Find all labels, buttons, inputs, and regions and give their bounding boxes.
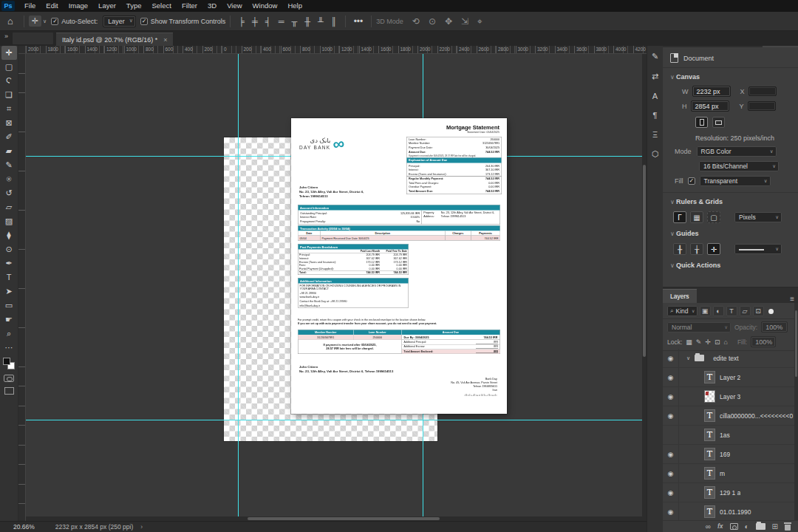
delete-layer-icon[interactable] bbox=[785, 525, 791, 531]
toggle-rulers-icon[interactable]: Γ bbox=[673, 211, 686, 223]
color-swatches[interactable] bbox=[3, 358, 15, 369]
character-panel-icon[interactable]: A bbox=[652, 86, 658, 106]
filter-smart-objects-icon[interactable]: ⊡ bbox=[753, 306, 764, 316]
eyedropper-tool[interactable]: ✐ bbox=[1, 130, 17, 144]
home-icon[interactable]: ⌂ bbox=[0, 16, 19, 27]
type-tool[interactable]: T bbox=[1, 270, 17, 284]
3d-orbit-icon[interactable]: ⟲ bbox=[408, 16, 424, 27]
layer-filter-dropdown[interactable]: ⌕ Kind bbox=[667, 306, 698, 316]
layer-visibility-toggle[interactable] bbox=[663, 387, 679, 406]
rulers-grids-section-header[interactable]: Rulers & Grids bbox=[663, 193, 798, 208]
layer-thumbnail[interactable]: T bbox=[704, 467, 715, 480]
layer-visibility-toggle[interactable] bbox=[663, 445, 679, 464]
layer-effects-icon[interactable]: fx bbox=[717, 523, 723, 530]
paragraph-panel-icon[interactable]: ¶ bbox=[653, 106, 658, 125]
lock-all-icon[interactable]: ⌂ bbox=[723, 338, 727, 346]
auto-select-checkbox[interactable] bbox=[51, 18, 58, 25]
layer-thumbnail[interactable]: T bbox=[704, 486, 715, 499]
gradient-tool[interactable]: ▨ bbox=[1, 214, 17, 228]
layer-thumbnail[interactable]: T bbox=[704, 371, 715, 383]
clone-stamp-tool[interactable]: ⍟ bbox=[1, 172, 17, 186]
menu-item[interactable]: Window bbox=[248, 0, 283, 12]
edit-guides-icon[interactable]: ✛ bbox=[707, 243, 720, 255]
align-right-edges-icon[interactable]: ╡ bbox=[262, 17, 275, 26]
layer-row[interactable]: ∨ T 1as bbox=[663, 426, 798, 445]
brush-settings-panel-icon[interactable]: ✎ bbox=[652, 47, 658, 66]
lock-pixels-icon[interactable]: ✎ bbox=[696, 338, 702, 346]
distribute-bottom-edges-icon[interactable]: ╨ bbox=[314, 17, 327, 26]
layer-row[interactable]: ∨ T 169 bbox=[663, 445, 798, 464]
quick-mask-icon[interactable] bbox=[4, 375, 14, 382]
glyphs-panel-icon[interactable]: Ξ bbox=[652, 125, 658, 144]
layer-visibility-toggle[interactable] bbox=[663, 349, 679, 368]
vertical-ruler[interactable] bbox=[18, 54, 26, 521]
document-tab[interactable]: Italy id.psd @ 20.7% (RGB/16) * × bbox=[56, 33, 173, 46]
layer-thumbnail[interactable]: T bbox=[704, 409, 715, 422]
collapse-panels-icon[interactable]: » bbox=[0, 31, 13, 41]
3d-roll-icon[interactable]: ⊙ bbox=[424, 16, 440, 27]
auto-select-target-dropdown[interactable]: Layer bbox=[103, 16, 136, 27]
menu-item[interactable]: Layer bbox=[93, 0, 121, 12]
tool-presets-panel-icon[interactable]: ⇄ bbox=[652, 66, 658, 86]
ruler-units-dropdown[interactable]: Pixels bbox=[734, 212, 782, 222]
lock-transparency-icon[interactable]: ▦ bbox=[686, 338, 692, 346]
blur-tool[interactable]: ⧫ bbox=[1, 228, 17, 242]
adjustment-layer-icon[interactable]: ◐ bbox=[745, 523, 749, 531]
new-group-icon[interactable] bbox=[756, 523, 765, 530]
layers-menu-icon[interactable]: ≡ bbox=[786, 295, 798, 303]
filter-toggle-icon[interactable] bbox=[768, 309, 774, 314]
layer-row[interactable]: ∨ T cilla0000000...<<<<<<<<0 d bbox=[663, 406, 798, 426]
fill-dropdown[interactable]: Transparent bbox=[700, 176, 771, 186]
layer-visibility-toggle[interactable] bbox=[663, 483, 679, 502]
new-layer-icon[interactable]: ⊞ bbox=[772, 523, 778, 531]
canvas-section-header[interactable]: Canvas bbox=[663, 68, 798, 83]
rectangular-marquee-tool[interactable]: ▢ bbox=[1, 60, 17, 74]
lock-guides-icon[interactable]: ╁ bbox=[690, 243, 703, 255]
hand-tool[interactable]: ☛ bbox=[1, 313, 17, 327]
menu-item[interactable]: File bbox=[19, 0, 41, 12]
link-layers-icon[interactable]: ∞ bbox=[706, 523, 711, 531]
dodge-tool[interactable]: ⊙ bbox=[1, 242, 17, 256]
align-left-edges-icon[interactable]: ╞ bbox=[235, 17, 248, 26]
foreground-color-swatch[interactable] bbox=[3, 358, 10, 365]
status-options-icon[interactable]: › bbox=[140, 523, 143, 531]
layer-row[interactable]: ∨ T Layer 3 bbox=[663, 387, 798, 406]
layer-row[interactable]: ∨ T m bbox=[663, 464, 798, 483]
menu-item[interactable]: 3D bbox=[202, 0, 222, 12]
fill-swatch[interactable] bbox=[688, 177, 695, 185]
canvas-width-field[interactable]: 2232 px bbox=[692, 86, 731, 97]
zoom-level-field[interactable]: 20.66% bbox=[13, 523, 35, 531]
eraser-tool[interactable]: ▱ bbox=[1, 200, 17, 214]
canvas-height-field[interactable]: 2854 px bbox=[691, 100, 729, 112]
opacity-field[interactable]: 100% bbox=[761, 321, 788, 332]
object-selection-tool[interactable]: ❏ bbox=[1, 88, 17, 102]
layer-row[interactable]: ∨ T edite text bbox=[663, 349, 798, 368]
distribute-horizontal-icon[interactable]: ║ bbox=[327, 17, 341, 26]
layer-thumbnail[interactable]: T bbox=[704, 448, 715, 460]
filter-shape-layers-icon[interactable]: ▱ bbox=[740, 306, 751, 316]
layer-visibility-toggle[interactable] bbox=[663, 406, 679, 426]
layer-visibility-toggle[interactable] bbox=[663, 426, 679, 445]
zoom-tool[interactable]: ⌕ bbox=[1, 327, 17, 341]
align-top-edges-icon[interactable]: ═ bbox=[275, 17, 288, 26]
libraries-panel-icon[interactable]: ⬡ bbox=[652, 144, 659, 164]
screen-mode-icon[interactable] bbox=[4, 387, 14, 395]
filter-type-layers-icon[interactable]: T bbox=[726, 306, 737, 316]
guide-horizontal-2[interactable] bbox=[26, 420, 647, 420]
layer-visibility-toggle[interactable] bbox=[663, 368, 679, 387]
quick-actions-section-header[interactable]: Quick Actions bbox=[663, 256, 798, 272]
menu-item[interactable]: Edit bbox=[41, 0, 63, 12]
menu-item[interactable]: Filter bbox=[177, 0, 202, 12]
toggle-guides-icon[interactable]: ╂ bbox=[673, 243, 686, 255]
distribute-vertical-centers-icon[interactable]: ╫ bbox=[301, 17, 314, 26]
layers-scrollbar[interactable] bbox=[794, 303, 798, 520]
canvas-viewport[interactable]: Mortgage Statement Statement Date: 05/04… bbox=[26, 54, 647, 521]
crop-tool[interactable]: ⌗ bbox=[1, 102, 17, 116]
menu-item[interactable]: Help bbox=[282, 0, 307, 12]
bit-depth-dropdown[interactable]: 16 Bits/Channel bbox=[699, 161, 779, 171]
layer-thumbnail[interactable]: T bbox=[704, 390, 715, 403]
layer-visibility-toggle[interactable] bbox=[663, 502, 679, 521]
filter-adjustment-layers-icon[interactable]: ◐ bbox=[713, 306, 724, 316]
filter-pixel-layers-icon[interactable]: ▣ bbox=[700, 306, 711, 316]
layer-thumbnail[interactable]: T bbox=[704, 429, 715, 441]
